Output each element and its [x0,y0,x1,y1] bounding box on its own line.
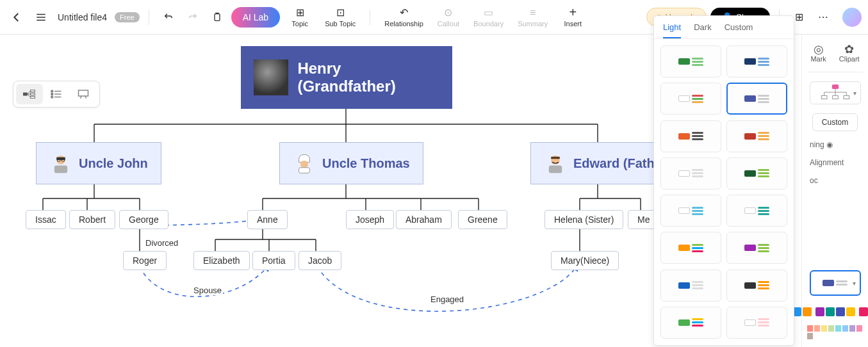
subtopic-label: Sub Topic [325,20,356,28]
roger-node[interactable]: Roger [123,251,167,270]
callout-button[interactable]: ⊙Callout [432,6,464,29]
separator [807,72,863,72]
color-preset[interactable] [815,307,855,316]
menu-icon[interactable] [31,7,51,28]
theme-option[interactable] [726,157,787,190]
robert-node[interactable]: Robert [69,210,115,229]
svg-rect-9 [31,93,35,95]
outline-view-icon[interactable] [43,84,70,104]
mary-node[interactable]: Mary(Niece) [551,251,619,270]
clipart-button[interactable]: ✿Clipart [839,42,860,63]
file-name[interactable]: Untitled file4 [58,12,107,22]
layout-dropdown[interactable]: ▾ [810,81,861,104]
theme-option[interactable] [660,83,721,115]
svg-line-7 [28,94,31,97]
person-icon [49,152,72,175]
insert-button[interactable]: +Insert [557,6,589,29]
theme-option[interactable] [726,195,787,227]
george-node[interactable]: George [119,210,168,229]
theme-option[interactable] [660,307,721,339]
theme-tab-light[interactable]: Light [663,22,681,38]
portia-node[interactable]: Portia [252,251,295,270]
oc-text: oc [810,176,818,185]
separator [370,10,370,25]
svg-point-52 [300,161,308,168]
undo-icon[interactable] [158,7,179,28]
more-icon[interactable]: ⋯ [813,7,833,28]
redo-icon[interactable] [183,7,203,28]
svg-rect-3 [215,13,220,20]
chevron-down-icon: ▾ [853,90,856,97]
subtopic-button[interactable]: ⊡Sub Topic [320,6,361,29]
svg-rect-63 [821,95,827,99]
uncle-thomas-node[interactable]: Uncle Thomas [279,142,423,184]
alignment-text: Alignment [810,158,844,167]
topic-label: Topic [291,20,308,28]
svg-rect-8 [31,90,35,92]
svg-rect-65 [844,95,849,99]
theme-dropdown[interactable]: ▾ [810,270,861,296]
color-strip[interactable] [807,325,864,339]
topic-button[interactable]: ⊞Topic [284,6,316,29]
boundary-button[interactable]: ▭Boundary [468,6,509,29]
back-icon[interactable] [6,7,27,28]
boundary-label: Boundary [473,20,504,28]
elizabeth-node[interactable]: Elizabeth [193,251,250,270]
color-preset[interactable] [859,307,869,316]
abraham-node[interactable]: Abraham [396,210,452,229]
relationship-button[interactable]: ↶Relationship [379,6,429,29]
theme-option[interactable] [726,120,787,152]
anne-node[interactable]: Anne [247,210,288,229]
person-icon [544,152,567,175]
theme-panel: Light Dark Custom [653,15,794,346]
theme-tab-custom[interactable]: Custom [725,22,753,38]
engaged-label: Engaged [429,295,465,304]
theme-option[interactable] [660,232,721,264]
view-switcher [13,81,100,108]
theme-option-selected[interactable] [726,83,787,115]
helena-node[interactable]: Helena (Sister) [545,210,623,229]
chef-icon [293,152,316,175]
theme-option[interactable] [726,232,787,264]
user-avatar[interactable] [842,8,862,27]
ai-lab-button[interactable]: AI Lab [231,7,280,28]
theme-option[interactable] [660,120,721,152]
issac-node[interactable]: Issac [26,210,66,229]
svg-rect-53 [299,168,310,174]
summary-label: Summary [518,20,548,28]
theme-option[interactable] [660,157,721,190]
svg-rect-55 [549,165,562,173]
callout-label: Callout [438,20,459,28]
theme-option[interactable] [726,270,787,302]
svg-rect-56 [551,157,560,159]
presentation-view-icon[interactable] [70,84,97,104]
svg-rect-64 [832,95,838,99]
root-label: Henry (Grandfather) [297,60,439,95]
joseph-node[interactable]: Joseph [346,210,394,229]
jacob-node[interactable]: Jacob [299,251,341,270]
summary-button[interactable]: ≡Summary [512,6,553,29]
clipart-label: Clipart [839,55,860,63]
theme-option[interactable] [660,270,721,302]
theme-option[interactable] [726,45,787,77]
spouse-label: Spouse [192,286,223,295]
mindmap-view-icon[interactable] [16,84,43,104]
root-node[interactable]: Henry (Grandfather) [241,46,452,109]
mark-button[interactable]: ◎Mark [810,42,826,63]
theme-option[interactable] [660,195,721,227]
theme-option[interactable] [726,307,787,339]
divorced-label: Divorced [144,238,179,248]
greene-node[interactable]: Greene [458,210,507,229]
ning-text: ning ◉ [810,140,833,149]
svg-rect-48 [54,165,67,173]
custom-button[interactable]: Custom [812,113,858,131]
mark-label: Mark [810,55,826,63]
relationship-label: Relationship [384,20,423,28]
theme-tab-dark[interactable]: Dark [694,22,711,38]
clipboard-icon[interactable] [207,7,227,28]
svg-point-15 [51,96,53,98]
uncle-john-node[interactable]: Uncle John [36,142,161,184]
uncle-thomas-label: Uncle Thomas [322,156,410,171]
theme-option[interactable] [660,45,721,77]
svg-point-11 [51,90,53,92]
